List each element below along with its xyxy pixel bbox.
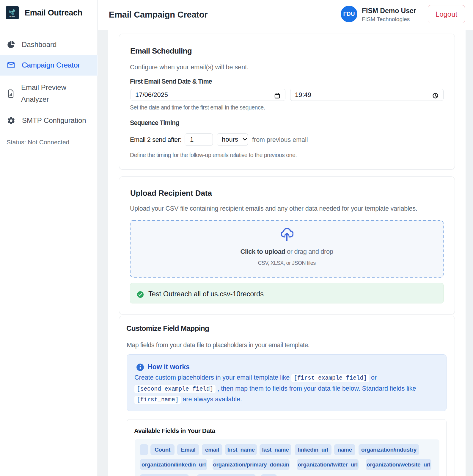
svg-text:FISM: FISM [10, 15, 15, 18]
